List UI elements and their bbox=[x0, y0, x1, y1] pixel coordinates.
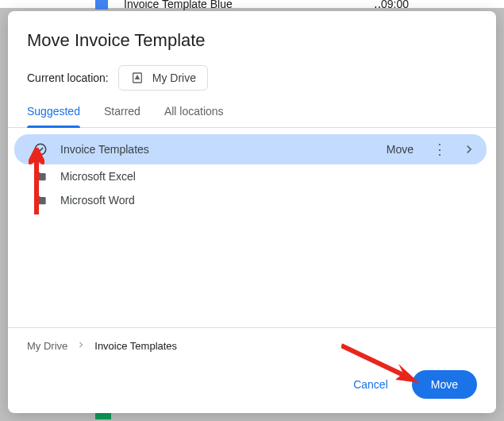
folder-row-microsoft-word[interactable]: Microsoft Word bbox=[8, 188, 496, 212]
folder-name: Microsoft Word bbox=[60, 194, 479, 207]
check-circle-icon bbox=[33, 142, 48, 156]
current-location-chip[interactable]: My Drive bbox=[118, 65, 208, 91]
drive-icon bbox=[130, 71, 144, 84]
background-time: 09:00 bbox=[381, 0, 409, 10]
cancel-button[interactable]: Cancel bbox=[337, 370, 404, 399]
move-button[interactable]: Move bbox=[412, 370, 477, 399]
folder-icon bbox=[33, 170, 48, 183]
folder-list: Invoice Templates Move ⋮ Microsoft Excel… bbox=[8, 128, 496, 327]
current-location-name: My Drive bbox=[152, 71, 196, 84]
tab-all-locations[interactable]: All locations bbox=[164, 105, 224, 127]
folder-row-invoice-templates[interactable]: Invoice Templates Move ⋮ bbox=[14, 134, 487, 164]
footer-buttons: Cancel Move bbox=[27, 370, 477, 399]
folder-icon bbox=[33, 194, 48, 207]
breadcrumb-current[interactable]: Invoice Templates bbox=[94, 340, 177, 352]
chevron-right-icon bbox=[75, 339, 87, 353]
background-ellipsis: ‥ bbox=[374, 0, 381, 10]
svg-point-0 bbox=[35, 144, 46, 155]
row-move-action[interactable]: Move bbox=[380, 140, 420, 159]
tab-starred[interactable]: Starred bbox=[104, 105, 140, 127]
folder-name: Microsoft Excel bbox=[60, 170, 479, 183]
folder-row-microsoft-excel[interactable]: Microsoft Excel bbox=[8, 164, 496, 188]
current-location-row: Current location: My Drive bbox=[27, 65, 477, 91]
current-location-label: Current location: bbox=[27, 71, 109, 84]
background-filename: Invoice Template Blue bbox=[124, 0, 374, 10]
chevron-right-icon[interactable] bbox=[460, 140, 479, 159]
breadcrumb: My Drive Invoice Templates bbox=[27, 339, 477, 353]
file-icon bbox=[95, 0, 108, 10]
move-dialog: Move Invoice Template Current location: … bbox=[8, 11, 496, 413]
folder-name: Invoice Templates bbox=[60, 143, 367, 156]
tab-suggested[interactable]: Suggested bbox=[27, 105, 80, 127]
kebab-icon[interactable]: ⋮ bbox=[433, 142, 447, 156]
dialog-footer: My Drive Invoice Templates Cancel Move bbox=[8, 327, 496, 413]
background-file-row: Invoice Template Blue ‥ 09:00 bbox=[0, 0, 504, 8]
dialog-header: Move Invoice Template Current location: … bbox=[8, 11, 496, 105]
tabs: Suggested Starred All locations bbox=[8, 105, 496, 128]
breadcrumb-root[interactable]: My Drive bbox=[27, 340, 67, 352]
dialog-title: Move Invoice Template bbox=[27, 30, 477, 51]
